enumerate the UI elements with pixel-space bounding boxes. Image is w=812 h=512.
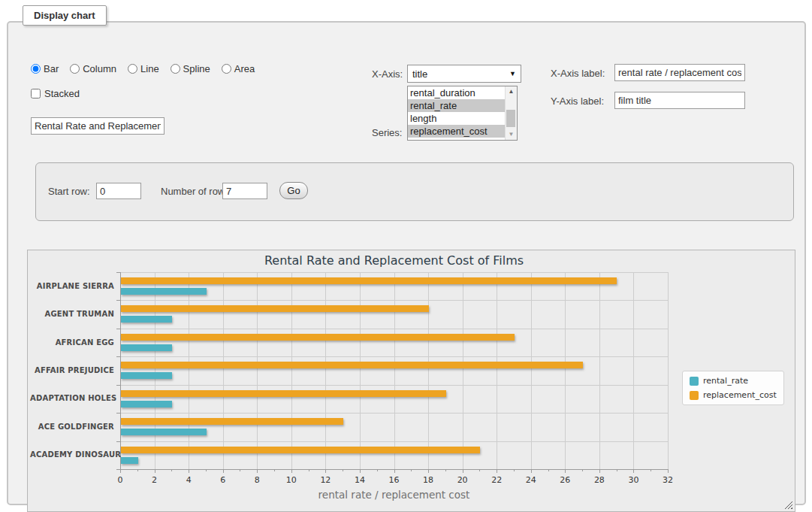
gridline (120, 272, 668, 273)
bar-replacement_cost[interactable] (121, 305, 429, 312)
legend-item-rental_rate[interactable]: rental_rate (690, 376, 777, 386)
y-tick (116, 329, 120, 329)
bar-replacement_cost[interactable] (121, 447, 480, 453)
series-listbox[interactable]: rental_durationrental_ratelengthreplacem… (407, 86, 518, 141)
listbox-scrollbar[interactable]: ▲ ▼ (505, 86, 517, 140)
gridline (120, 413, 668, 414)
scrollbar-thumb[interactable] (506, 110, 515, 127)
resize-grip-icon[interactable] (784, 501, 792, 509)
scroll-up-icon[interactable]: ▲ (506, 86, 517, 97)
gridline (428, 272, 429, 469)
chart-type-radio-spline[interactable] (171, 64, 180, 74)
bar-rental_rate[interactable] (121, 288, 207, 295)
x-axis-selected-value: title (412, 68, 427, 80)
bar-replacement_cost[interactable] (121, 390, 446, 397)
bar-rental_rate[interactable] (121, 372, 172, 379)
category-label: ADAPTATION HOLES (30, 394, 114, 402)
chart-title-input[interactable] (31, 117, 165, 135)
y-axis-label-input[interactable] (614, 92, 745, 109)
bar-replacement_cost[interactable] (121, 362, 583, 368)
chart-title: Rental Rate and Replacement Cost of Film… (120, 253, 668, 268)
chevron-down-icon: ▼ (509, 70, 516, 77)
category-label: AFFAIR PREJUDICE (30, 366, 114, 374)
bar-replacement_cost[interactable] (121, 277, 617, 284)
x-tick-label: 32 (655, 475, 681, 485)
series-option-replacement_cost[interactable]: replacement_cost (408, 125, 505, 138)
series-option-rental_rate[interactable]: rental_rate (408, 99, 505, 112)
gridline (189, 272, 189, 469)
x-tick (633, 469, 634, 473)
series-option-length[interactable]: length (408, 112, 505, 125)
chart-type-option-area[interactable]: Area (222, 63, 255, 74)
chart-type-label: Spline (183, 63, 210, 74)
chart-type-radio-line[interactable] (128, 64, 137, 74)
y-tick (116, 469, 120, 470)
x-tick (582, 469, 583, 471)
x-tick (617, 469, 617, 471)
x-tick (309, 469, 309, 471)
chart-type-label: Line (140, 63, 159, 74)
x-tick (206, 469, 207, 471)
series-listbox-label: Series: (372, 127, 402, 138)
chart-type-radio-column[interactable] (70, 64, 80, 74)
x-axis-select[interactable]: title ▼ (407, 65, 521, 83)
series-option-rental_duration[interactable]: rental_duration (408, 86, 505, 99)
gridline (325, 272, 326, 469)
gridline (599, 272, 600, 469)
x-tick (377, 469, 378, 471)
gridline (120, 300, 668, 301)
chart-container: Rental Rate and Replacement Cost of Film… (27, 250, 795, 512)
x-tick (548, 469, 549, 471)
y-tick (116, 441, 120, 442)
bar-rental_rate[interactable] (121, 401, 172, 407)
x-tick-label: 28 (587, 475, 612, 485)
y-tick (116, 413, 120, 414)
x-tick-label: 20 (450, 475, 475, 485)
y-tick (116, 385, 120, 386)
category-label: AFRICAN EGG (30, 338, 114, 347)
y-tick (116, 272, 120, 273)
num-rows-input[interactable] (222, 183, 267, 199)
display-chart-tab[interactable]: Display chart (23, 5, 107, 26)
x-tick-label: 18 (415, 475, 441, 485)
x-axis-label-input[interactable] (614, 64, 745, 81)
chart-type-option-spline[interactable]: Spline (171, 63, 210, 74)
start-row-label: Start row: (48, 186, 90, 197)
x-tick (189, 469, 189, 473)
x-tick (428, 469, 429, 473)
x-tick (257, 469, 258, 473)
stacked-checkbox[interactable] (31, 89, 41, 98)
bar-rental_rate[interactable] (121, 316, 172, 323)
bar-replacement_cost[interactable] (121, 334, 515, 341)
x-tick-label: 10 (279, 475, 304, 485)
chart-type-label: Bar (44, 63, 59, 74)
go-button[interactable]: Go (279, 182, 308, 199)
gridline (565, 272, 566, 469)
x-tick-label: 30 (620, 475, 646, 485)
display-chart-panel: BarColumnLineSplineArea Stacked X-Axis: … (7, 21, 806, 505)
bar-rental_rate[interactable] (121, 457, 138, 464)
chart-type-option-bar[interactable]: Bar (31, 63, 59, 74)
x-tick (274, 469, 275, 471)
x-tick-label: 16 (382, 475, 407, 485)
gridline (120, 356, 668, 357)
legend-swatch-icon (690, 377, 699, 386)
chart-type-option-column[interactable]: Column (70, 63, 116, 74)
chart-type-radio-area[interactable] (222, 64, 231, 74)
bar-replacement_cost[interactable] (121, 418, 343, 425)
legend-item-replacement_cost[interactable]: replacement_cost (690, 390, 777, 400)
start-row-input[interactable] (96, 183, 141, 199)
scroll-down-icon[interactable]: ▼ (506, 129, 517, 140)
x-axis-select-label: X-Axis: (372, 68, 403, 80)
bar-rental_rate[interactable] (121, 429, 207, 435)
chart-type-radio-bar[interactable] (31, 64, 41, 74)
gridline (497, 272, 497, 469)
x-tick (463, 469, 463, 473)
gridline (463, 272, 463, 469)
chart-type-option-line[interactable]: Line (128, 63, 159, 74)
stacked-option[interactable]: Stacked (31, 88, 80, 99)
gridline (223, 272, 224, 469)
x-tick-label: 24 (518, 475, 544, 485)
x-tick (668, 469, 669, 473)
bar-rental_rate[interactable] (121, 344, 172, 351)
